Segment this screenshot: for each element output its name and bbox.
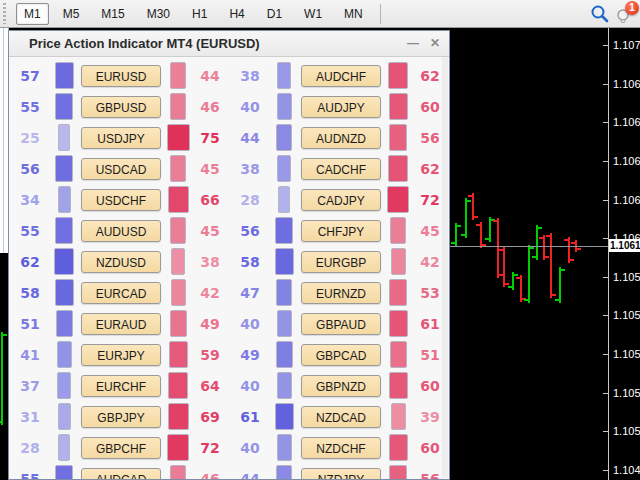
bull-strength-value: 56 [9, 161, 51, 177]
pair-button-eurusd[interactable]: EURUSD [81, 65, 161, 87]
bear-strength-bar [389, 372, 408, 399]
panel-body: 57EURUSD4438AUDCHF6255GBPUSD4640AUDJPY60… [9, 57, 449, 480]
bear-strength-value: 46 [191, 99, 229, 115]
pair-row-gbpcad: 49GBPCAD51 [229, 339, 449, 370]
pair-button-nzdcad[interactable]: NZDCAD [301, 406, 381, 428]
bull-strength-value: 62 [9, 254, 51, 270]
pair-button-usdcad[interactable]: USDCAD [81, 158, 161, 180]
pair-button-gbpjpy[interactable]: GBPJPY [81, 406, 161, 428]
bull-strength-value: 58 [229, 254, 271, 270]
bear-strength-value: 38 [191, 254, 229, 270]
axis-tick [603, 161, 608, 162]
bull-strength-value: 25 [9, 130, 51, 146]
pair-row-audchf: 38AUDCHF62 [229, 60, 449, 91]
panel-scrollbar[interactable] [442, 57, 448, 478]
pair-button-euraud[interactable]: EURAUD [81, 313, 161, 335]
close-icon[interactable]: ✕ [427, 36, 443, 52]
ohlc-bar-up [528, 245, 530, 303]
bear-strength-bar [170, 310, 187, 337]
bear-strength-bar [170, 217, 186, 244]
pair-button-eurcad[interactable]: EURCAD [81, 282, 161, 304]
timeframe-button-h4[interactable]: H4 [221, 3, 252, 25]
bear-strength-value: 59 [191, 347, 229, 363]
pair-button-eurchf[interactable]: EURCHF [81, 375, 161, 397]
bull-strength-value: 44 [229, 471, 271, 480]
bear-strength-bar [391, 403, 406, 430]
pair-button-usdjpy[interactable]: USDJPY [81, 127, 161, 149]
axis-tick [603, 45, 608, 46]
current-price-label: 1.10611 [609, 239, 640, 252]
pair-button-audchf[interactable]: AUDCHF [301, 65, 381, 87]
ohlc-bar-down [568, 237, 570, 263]
timeframe-button-d1[interactable]: D1 [259, 3, 290, 25]
ohlc-bar-down [480, 222, 482, 248]
axis-tick [603, 431, 608, 432]
notification-badge[interactable]: 1 [625, 1, 639, 15]
pair-button-audjpy[interactable]: AUDJPY [301, 96, 381, 118]
timeframe-button-h1[interactable]: H1 [184, 3, 215, 25]
bull-strength-bar [58, 186, 71, 213]
pair-button-nzdchf[interactable]: NZDCHF [301, 437, 381, 459]
toolbar-grip[interactable] [2, 3, 9, 24]
pair-row-usdchf: 34USDCHF66 [9, 184, 229, 215]
bull-strength-bar [276, 279, 292, 306]
bear-strength-value: 72 [191, 440, 229, 456]
bull-strength-bar [55, 93, 73, 120]
ohlc-bar-up [536, 225, 538, 260]
pair-button-eurnzd[interactable]: EURNZD [301, 282, 381, 304]
ohlc-bar-down [497, 218, 499, 278]
pair-button-eurjpy[interactable]: EURJPY [81, 344, 161, 366]
timeframe-button-m30[interactable]: M30 [139, 3, 178, 25]
minimize-button[interactable]: — [405, 36, 421, 52]
axis-price-label: 1.10715 [613, 40, 640, 51]
pair-button-gbpaud[interactable]: GBPAUD [301, 313, 381, 335]
search-icon[interactable] [589, 3, 611, 25]
pair-button-audusd[interactable]: AUDUSD [81, 220, 161, 242]
pair-row-nzdusd: 62NZDUSD38 [9, 246, 229, 277]
pair-row-usdjpy: 25USDJPY75 [9, 122, 229, 153]
timeframe-button-m1[interactable]: M1 [16, 3, 49, 25]
bull-strength-value: 47 [229, 285, 271, 301]
timeframe-button-w1[interactable]: W1 [296, 3, 330, 25]
toolbar-separator [380, 4, 381, 24]
pair-button-gbpnzd[interactable]: GBPNZD [301, 375, 381, 397]
bull-strength-bar [275, 403, 294, 430]
pair-row-audcad: 55AUDCAD46 [9, 463, 229, 480]
bear-strength-bar [171, 248, 185, 275]
notifications-icon[interactable]: 1 [614, 3, 636, 25]
pair-button-chfjpy[interactable]: CHFJPY [301, 220, 381, 242]
axis-price-label: 1.10575 [613, 310, 640, 321]
bear-strength-bar [390, 341, 407, 368]
timeframe-button-mn[interactable]: MN [336, 3, 371, 25]
pair-button-usdchf[interactable]: USDCHF [81, 189, 161, 211]
bull-strength-bar [277, 62, 291, 89]
pair-button-gbpusd[interactable]: GBPUSD [81, 96, 161, 118]
panel-titlebar[interactable]: Price Action Indicator MT4 (EURUSD) — ✕ [9, 31, 449, 57]
timeframe-button-m5[interactable]: M5 [55, 3, 88, 25]
axis-tick [603, 238, 608, 239]
ohlc-bar-down [503, 247, 505, 287]
pair-button-gbpcad[interactable]: GBPCAD [301, 344, 381, 366]
axis-price-label: 1.10555 [613, 349, 640, 360]
pair-button-audcad[interactable]: AUDCAD [81, 468, 161, 480]
pair-button-cadchf[interactable]: CADCHF [301, 158, 381, 180]
pair-button-cadjpy[interactable]: CADJPY [301, 189, 381, 211]
bull-strength-bar [275, 248, 294, 275]
bull-strength-value: 51 [9, 316, 51, 332]
bear-strength-bar [170, 93, 186, 120]
bear-strength-bar [171, 279, 186, 306]
ohlc-bar-down [520, 275, 522, 302]
pair-button-gbpchf[interactable]: GBPCHF [81, 437, 161, 459]
pair-button-nzdjpy[interactable]: NZDJPY [301, 468, 381, 480]
pair-button-eurgbp[interactable]: EURGBP [301, 251, 381, 273]
bull-strength-value: 40 [229, 440, 271, 456]
bull-strength-value: 28 [229, 192, 271, 208]
pair-button-nzdusd[interactable]: NZDUSD [81, 251, 161, 273]
bear-strength-bar [391, 248, 406, 275]
pair-button-audnzd[interactable]: AUDNZD [301, 127, 381, 149]
ohlc-bar-up [559, 267, 561, 303]
bull-strength-bar [57, 372, 71, 399]
bull-strength-bar [58, 434, 70, 461]
bull-strength-value: 55 [9, 223, 51, 239]
timeframe-button-m15[interactable]: M15 [93, 3, 132, 25]
